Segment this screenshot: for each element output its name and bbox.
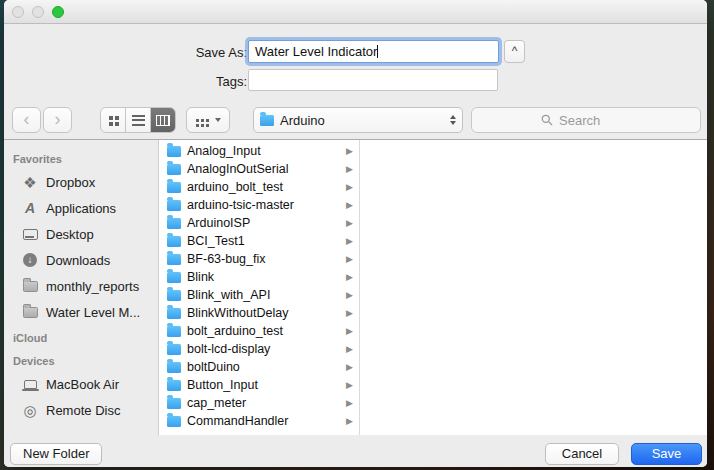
save-dialog-window: Save As: Water Level Indicator ^ Tags: ‹… — [4, 0, 707, 467]
sidebar-item-downloads[interactable]: ↓ Downloads — [4, 247, 158, 273]
file-name: BCI_Test1 — [187, 234, 340, 248]
file-name: CommandHandler — [187, 414, 340, 428]
collapse-expand-button[interactable]: ^ — [504, 40, 525, 63]
column-view-button[interactable] — [151, 108, 175, 132]
disc-icon: ◎ — [21, 403, 39, 418]
file-row[interactable]: BF-63-bug_fix ▶ — [159, 250, 359, 268]
disclosure-triangle-icon: ▶ — [346, 182, 353, 192]
disclosure-triangle-icon: ▶ — [346, 362, 353, 372]
zoom-button[interactable] — [52, 6, 64, 18]
sidebar-section: Favorites ❖ Dropbox A Applications Deskt… — [4, 146, 158, 325]
save-as-input[interactable]: Water Level Indicator — [248, 40, 499, 63]
file-row[interactable]: arduino_bolt_test ▶ — [159, 178, 359, 196]
forward-icon: › — [55, 110, 61, 128]
sidebar-section-title: Devices — [4, 348, 158, 371]
file-row[interactable]: arduino-tsic-master ▶ — [159, 196, 359, 214]
file-row[interactable]: Analog_Input ▶ — [159, 142, 359, 160]
chevron-down-icon — [215, 118, 221, 122]
file-name: Button_Input — [187, 378, 340, 392]
file-row[interactable]: Button_Input ▶ — [159, 376, 359, 394]
file-row[interactable]: Blink ▶ — [159, 268, 359, 286]
folder-icon — [21, 307, 39, 318]
forward-button[interactable]: › — [43, 107, 72, 133]
disclosure-triangle-icon: ▶ — [346, 254, 353, 264]
file-row[interactable]: ArduinoISP ▶ — [159, 214, 359, 232]
tags-label: Tags: — [137, 74, 247, 89]
folder-icon — [21, 281, 39, 292]
sidebar-section-title: iCloud — [4, 325, 158, 348]
file-row[interactable]: Blink_with_API ▶ — [159, 286, 359, 304]
file-row[interactable]: cap_meter ▶ — [159, 394, 359, 412]
save-as-value: Water Level Indicator — [255, 44, 377, 59]
file-name: Blink_with_API — [187, 288, 340, 302]
sidebar-item-water-level-m[interactable]: Water Level M... — [4, 299, 158, 325]
sidebar-item-dropbox[interactable]: ❖ Dropbox — [4, 169, 158, 195]
arrange-menu-button[interactable] — [186, 107, 230, 133]
minimize-button[interactable] — [32, 6, 44, 18]
folder-icon — [167, 272, 181, 283]
location-popup[interactable]: Arduino — [253, 107, 463, 133]
dropbox-icon: ❖ — [21, 175, 39, 190]
new-folder-button[interactable]: New Folder — [10, 443, 102, 465]
sidebar-item-label: monthly_reports — [46, 279, 139, 294]
file-name: BF-63-bug_fix — [187, 252, 340, 266]
folder-icon — [167, 146, 181, 157]
search-input[interactable] — [557, 112, 631, 129]
sidebar-item-label: Water Level M... — [46, 305, 140, 320]
chevron-up-icon: ^ — [512, 44, 518, 58]
sidebar-item-label: Applications — [46, 201, 116, 216]
tags-input[interactable] — [248, 69, 498, 91]
close-button[interactable] — [12, 6, 24, 18]
file-row[interactable]: BlinkWithoutDelay ▶ — [159, 304, 359, 322]
sidebar: Favorites ❖ Dropbox A Applications Deskt… — [4, 140, 159, 435]
file-name: arduino-tsic-master — [187, 198, 340, 212]
folder-icon — [167, 362, 181, 373]
file-row[interactable]: bolt_arduino_test ▶ — [159, 322, 359, 340]
file-row[interactable]: BCI_Test1 ▶ — [159, 232, 359, 250]
disclosure-triangle-icon: ▶ — [346, 416, 353, 426]
icon-view-button[interactable] — [101, 108, 126, 132]
file-row[interactable]: bolt-lcd-display ▶ — [159, 340, 359, 358]
file-name: boltDuino — [187, 360, 340, 374]
view-mode-segmented-control — [100, 107, 176, 133]
location-value: Arduino — [280, 113, 325, 128]
search-icon — [541, 114, 553, 126]
list-view-icon — [132, 115, 145, 126]
sidebar-section-title: Favorites — [4, 146, 158, 169]
disclosure-triangle-icon: ▶ — [346, 146, 353, 156]
sidebar-item-desktop[interactable]: Desktop — [4, 221, 158, 247]
file-row[interactable]: AnalogInOutSerial ▶ — [159, 160, 359, 178]
desktop-icon — [21, 229, 39, 240]
back-button[interactable]: ‹ — [12, 107, 41, 133]
folder-icon — [167, 200, 181, 211]
sidebar-item-macbook-air[interactable]: MacBook Air — [4, 371, 158, 397]
sidebar-item-applications[interactable]: A Applications — [4, 195, 158, 221]
folder-icon — [167, 218, 181, 229]
disclosure-triangle-icon: ▶ — [346, 290, 353, 300]
folder-icon — [167, 164, 181, 175]
save-as-label: Save As: — [137, 45, 247, 60]
search-field[interactable] — [471, 107, 701, 133]
folder-icon — [167, 182, 181, 193]
folder-icon — [167, 254, 181, 265]
save-button[interactable]: Save — [631, 443, 702, 465]
file-row[interactable]: CommandHandler ▶ — [159, 412, 359, 430]
folder-icon — [260, 115, 274, 126]
folder-icon — [167, 326, 181, 337]
sidebar-item-remote-disc[interactable]: ◎ Remote Disc — [4, 397, 158, 423]
file-row[interactable]: boltDuino ▶ — [159, 358, 359, 376]
sidebar-item-label: Dropbox — [46, 175, 95, 190]
file-name: BlinkWithoutDelay — [187, 306, 340, 320]
file-name: Analog_Input — [187, 144, 340, 158]
cancel-button[interactable]: Cancel — [545, 443, 619, 465]
file-name: ArduinoISP — [187, 216, 340, 230]
file-name: cap_meter — [187, 396, 340, 410]
downloads-icon: ↓ — [21, 253, 39, 267]
disclosure-triangle-icon: ▶ — [346, 164, 353, 174]
sidebar-item-monthly-reports[interactable]: monthly_reports — [4, 273, 158, 299]
folder-icon — [167, 416, 181, 427]
sidebar-section: Devices MacBook Air ◎ Remote Disc — [4, 348, 158, 423]
file-column: Analog_Input ▶ AnalogInOutSerial ▶ ardui… — [159, 140, 360, 435]
list-view-button[interactable] — [126, 108, 151, 132]
folder-icon — [167, 344, 181, 355]
